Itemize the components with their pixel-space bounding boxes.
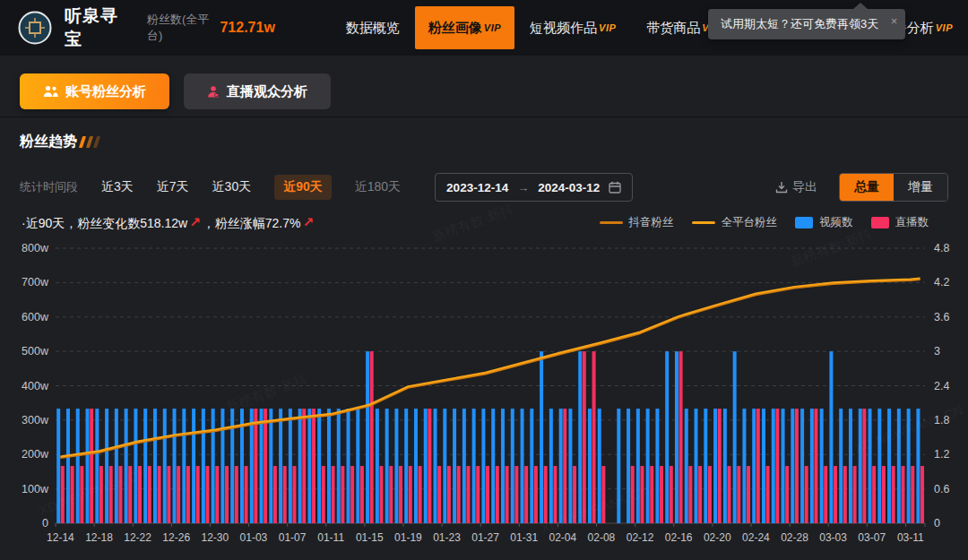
toggle-increment[interactable]: 增量 [894, 174, 947, 201]
legend-video-count[interactable]: 视频数 [795, 215, 853, 230]
svg-text:400w: 400w [22, 380, 49, 392]
toggle-total[interactable]: 总量 [840, 174, 894, 201]
svg-text:300w: 300w [22, 414, 49, 426]
line-swatch [692, 221, 715, 224]
svg-text:02-04: 02-04 [549, 531, 576, 544]
svg-text:02-28: 02-28 [781, 531, 808, 544]
stats-change: 粉丝变化数518.12w [77, 216, 187, 232]
svg-text:0: 0 [934, 517, 940, 530]
svg-text:500w: 500w [22, 345, 49, 358]
range-90d[interactable]: 近90天 [274, 175, 332, 200]
svg-text:200w: 200w [22, 448, 49, 461]
tooltip-caret [853, 3, 868, 9]
total-increment-toggle: 总量 增量 [839, 173, 948, 202]
people-icon [43, 85, 58, 98]
svg-text:4.2: 4.2 [934, 276, 949, 289]
svg-text:100w: 100w [22, 483, 49, 495]
chart-legend: 抖音粉丝 全平台粉丝 视频数 直播数 [582, 215, 929, 230]
section-header: 粉丝趋势 [20, 133, 99, 151]
nav-item-data-overview[interactable]: 数据概览 [331, 0, 415, 56]
svg-text:02-20: 02-20 [704, 531, 731, 544]
svg-text:12-18: 12-18 [85, 531, 113, 544]
stats-rate: 粉丝涨幅72.7% [215, 216, 301, 232]
date-arrow: → [517, 181, 529, 194]
svg-text:01-27: 01-27 [471, 531, 499, 544]
svg-text:0.6: 0.6 [934, 483, 949, 495]
tab-account-fan-analysis[interactable]: 账号粉丝分析 [20, 73, 169, 109]
fans-count-value: 712.71w [220, 20, 274, 36]
brand-logo-icon[interactable] [18, 11, 52, 45]
up-arrow-icon: ↗ [302, 214, 314, 230]
tooltip-text: 试用期太短？还可免费再领3天 [721, 17, 878, 30]
nav-item-fan-portrait[interactable]: 粉丝画像VIP [415, 6, 514, 49]
audience-icon [207, 85, 220, 98]
svg-text:01-19: 01-19 [394, 531, 422, 544]
svg-text:02-08: 02-08 [588, 531, 616, 544]
date-start: 2023-12-14 [446, 181, 508, 194]
svg-text:01-07: 01-07 [279, 531, 307, 544]
svg-text:12-14: 12-14 [47, 531, 74, 544]
calendar-icon [609, 181, 621, 194]
vip-badge: VIP [484, 22, 501, 33]
svg-text:01-23: 01-23 [433, 531, 461, 544]
fan-analytics-page: 听泉寻宝 粉丝数(全平台) 712.71w 数据概览 粉丝画像VIP 短视频作品… [0, 0, 968, 560]
svg-text:3.6: 3.6 [934, 311, 949, 323]
bar-swatch [795, 217, 813, 228]
svg-text:0: 0 [42, 517, 48, 530]
trial-tooltip: 试用期太短？还可免费再领3天 × [708, 9, 905, 39]
svg-text:1.8: 1.8 [934, 414, 949, 426]
fans-count-label: 粉丝数(全平台) [147, 12, 213, 44]
filter-toolbar: 统计时间段 近3天 近7天 近30天 近90天 近180天 2023-12-14… [20, 173, 948, 202]
fan-trend-chart-canvas[interactable]: 00100w0.6200w1.2300w1.8400w2.4500w3600w3… [0, 231, 968, 554]
tooltip-close-icon[interactable]: × [891, 15, 898, 27]
vip-badge: VIP [599, 22, 616, 33]
vip-badge: VIP [936, 22, 953, 33]
title-deco-icon [79, 136, 86, 148]
svg-text:02-12: 02-12 [627, 531, 654, 544]
section-title: 粉丝趋势 [20, 133, 77, 151]
svg-text:12-26: 12-26 [162, 531, 190, 544]
svg-text:600w: 600w [22, 311, 49, 323]
svg-text:01-31: 01-31 [510, 531, 538, 544]
svg-text:3: 3 [934, 345, 940, 358]
svg-text:03-11: 03-11 [897, 531, 924, 544]
svg-text:03-03: 03-03 [819, 531, 847, 544]
svg-text:01-15: 01-15 [356, 531, 384, 544]
svg-text:12-22: 12-22 [124, 531, 151, 544]
range-180d[interactable]: 近180天 [355, 179, 401, 195]
bar-swatch [871, 217, 889, 228]
nav-item-short-videos[interactable]: 短视频作品VIP [514, 0, 631, 56]
legend-live-count[interactable]: 直播数 [871, 215, 929, 230]
range-30d[interactable]: 近30天 [212, 179, 252, 195]
stats-period: ·近90天， [22, 216, 77, 232]
date-end: 2024-03-12 [538, 181, 600, 194]
svg-text:01-03: 01-03 [240, 531, 268, 544]
title-deco-icon [86, 136, 93, 148]
brand-name: 听泉寻宝 [65, 4, 125, 51]
svg-text:4.8: 4.8 [934, 242, 949, 254]
legend-douyin-fans[interactable]: 抖音粉丝 [600, 215, 674, 230]
tab-live-audience-analysis[interactable]: 直播观众分析 [184, 73, 331, 109]
line-swatch [600, 221, 623, 224]
svg-text:03-07: 03-07 [858, 531, 886, 544]
svg-text:02-24: 02-24 [742, 531, 770, 544]
title-deco-icon [93, 136, 100, 148]
range-7d[interactable]: 近7天 [157, 179, 189, 195]
export-button[interactable]: 导出 [775, 179, 817, 195]
stats-summary: ·近90天， 粉丝变化数518.12w ↗ ， 粉丝涨幅72.7% ↗ [22, 216, 315, 232]
analysis-tabs: 账号粉丝分析 直播观众分析 [20, 73, 345, 109]
up-arrow-icon: ↗ [189, 214, 201, 230]
range-3d[interactable]: 近3天 [101, 179, 134, 195]
svg-text:700w: 700w [22, 276, 49, 289]
svg-text:800w: 800w [22, 242, 49, 254]
download-icon [775, 181, 788, 194]
svg-text:2.4: 2.4 [934, 380, 949, 392]
svg-text:12-30: 12-30 [201, 531, 229, 544]
stats-separator: ， [203, 216, 215, 232]
svg-text:01-11: 01-11 [317, 531, 344, 544]
time-range-label: 统计时间段 [20, 179, 78, 195]
svg-text:02-16: 02-16 [665, 531, 693, 544]
legend-all-platform-fans[interactable]: 全平台粉丝 [692, 215, 778, 230]
divider [0, 116, 968, 117]
date-range-picker[interactable]: 2023-12-14 → 2024-03-12 [435, 173, 633, 202]
